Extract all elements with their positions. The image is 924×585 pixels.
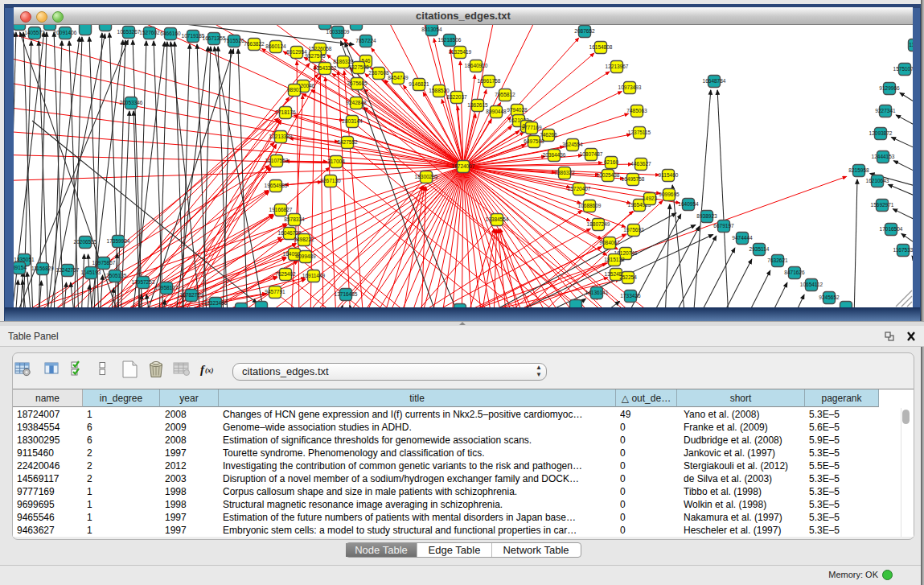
svg-text:10543362: 10543362 (314, 65, 337, 71)
svg-text:7625402: 7625402 (275, 271, 296, 277)
svg-text:1145193: 1145193 (81, 270, 101, 275)
svg-text:16961758: 16961758 (478, 78, 501, 84)
svg-text:1167533: 1167533 (893, 247, 913, 253)
svg-text:7857224: 7857224 (355, 38, 376, 43)
svg-text:9099695: 9099695 (659, 192, 680, 197)
svg-text:10654112: 10654112 (800, 282, 823, 287)
svg-text:10653267: 10653267 (117, 29, 141, 35)
svg-text:8938923: 8938923 (696, 213, 717, 219)
svg-text:11325419: 11325419 (449, 49, 472, 55)
svg-text:1733426: 1733426 (620, 293, 641, 299)
svg-text:1640954: 1640954 (678, 201, 699, 207)
svg-text:15751074: 15751074 (893, 66, 913, 72)
svg-text:12213967: 12213967 (606, 64, 629, 69)
svg-text:16107553: 16107553 (265, 158, 289, 163)
svg-text:8454749: 8454749 (388, 75, 409, 80)
svg-text:8322037: 8322037 (446, 94, 467, 100)
svg-text:17957253: 17957253 (132, 279, 155, 285)
svg-text:20364436: 20364436 (543, 152, 566, 158)
svg-text:16154808: 16154808 (589, 44, 613, 50)
svg-text:2935114: 2935114 (749, 246, 770, 252)
svg-text:16210643: 16210643 (866, 178, 889, 183)
svg-text:6679197: 6679197 (713, 223, 734, 229)
svg-text:98901: 98901 (287, 87, 302, 93)
svg-text:4463627: 4463627 (630, 161, 651, 167)
svg-text:3675685: 3675685 (347, 80, 368, 86)
svg-text:8186328: 8186328 (333, 59, 354, 64)
svg-text:8427552: 8427552 (337, 139, 358, 145)
svg-text:15692971: 15692971 (871, 202, 894, 208)
svg-text:1815132: 1815132 (604, 257, 625, 262)
svg-text:9245652: 9245652 (819, 295, 840, 300)
svg-text:14136141: 14136141 (585, 290, 609, 295)
svg-text:18724007: 18724007 (452, 163, 475, 169)
svg-text:10688609: 10688609 (578, 203, 602, 208)
svg-text:8267130: 8267130 (320, 178, 341, 183)
svg-text:1362615: 1362615 (467, 102, 488, 108)
svg-text:10719185: 10719185 (182, 33, 205, 39)
svg-text:12444153: 12444153 (872, 154, 895, 159)
svg-text:20053346: 20053346 (120, 100, 143, 105)
svg-text:10975857: 10975857 (92, 260, 116, 266)
svg-text:16911449: 16911449 (302, 273, 326, 278)
svg-text:2367608: 2367608 (368, 70, 389, 76)
svg-text:317004: 317004 (327, 159, 345, 164)
svg-text:9474444: 9474444 (732, 235, 753, 241)
svg-text:11156829: 11156829 (31, 266, 54, 271)
svg-text:20206535: 20206535 (74, 239, 97, 245)
svg-text:4099489: 4099489 (295, 253, 316, 259)
svg-text:17016504: 17016504 (880, 226, 903, 232)
svg-text:7485063: 7485063 (626, 108, 647, 113)
svg-text:252254: 252254 (619, 274, 637, 280)
svg-text:9146821: 9146821 (409, 81, 429, 87)
svg-text:6497508: 6497508 (524, 138, 544, 144)
svg-text:16671355: 16671355 (203, 35, 226, 41)
svg-text:19384554: 19384554 (486, 216, 509, 222)
svg-text:10025438: 10025438 (597, 172, 620, 178)
svg-text:1405572: 1405572 (24, 30, 45, 35)
svg-text:16648784: 16648784 (703, 78, 726, 84)
svg-text:39154: 39154 (14, 265, 27, 270)
svg-text:7955812: 7955812 (495, 92, 515, 97)
svg-text:16033809: 16033809 (326, 29, 350, 35)
svg-text:12375115: 12375115 (628, 130, 651, 135)
svg-text:8215958: 8215958 (848, 167, 869, 173)
svg-text:9115460: 9115460 (659, 172, 679, 178)
svg-text:12093872: 12093872 (869, 130, 893, 136)
svg-text:18640910: 18640910 (465, 63, 488, 68)
svg-text:2718176: 2718176 (275, 109, 296, 115)
svg-text:19166827: 19166827 (269, 207, 293, 212)
svg-text:19218506: 19218506 (438, 37, 462, 43)
svg-text:1975692: 1975692 (623, 227, 644, 233)
svg-text:9777169: 9777169 (521, 125, 542, 130)
svg-text:8912954: 8912954 (286, 49, 307, 55)
svg-text:1588520: 1588520 (429, 88, 450, 93)
svg-text:62160: 62160 (604, 159, 618, 165)
svg-text:3624554: 3624554 (562, 142, 583, 147)
svg-text:7515526: 7515526 (224, 38, 244, 43)
svg-text:7632621: 7632621 (767, 257, 788, 263)
svg-text:8660124: 8660124 (265, 43, 286, 49)
svg-text:1112: 1112 (909, 42, 913, 47)
svg-text:9327508: 9327508 (348, 64, 369, 70)
svg-text:9794028: 9794028 (507, 107, 528, 113)
svg-text:746266: 746266 (540, 132, 557, 138)
svg-text:18807249: 18807249 (587, 221, 610, 227)
svg-text:9457791: 9457791 (265, 289, 285, 295)
svg-text:14923: 14923 (643, 196, 657, 201)
svg-text:17359934: 17359934 (107, 238, 130, 244)
svg-text:8990448: 8990448 (486, 109, 507, 114)
svg-text:12323466: 12323466 (204, 300, 228, 306)
svg-text:2803144: 2803144 (342, 118, 363, 124)
svg-text:12242757: 12242757 (56, 267, 80, 273)
svg-text:16782759: 16782759 (180, 292, 203, 298)
svg-text:2087652: 2087652 (574, 28, 595, 34)
svg-text:8578334: 8578334 (284, 216, 305, 222)
svg-text:9242848: 9242848 (346, 100, 367, 105)
svg-text:15720407: 15720407 (568, 186, 591, 192)
svg-text:20091406: 20091406 (54, 30, 77, 35)
svg-text:9084067: 9084067 (599, 240, 620, 245)
svg-text:19654985: 19654985 (265, 183, 288, 188)
svg-text:9129966: 9129966 (879, 85, 900, 91)
svg-text:10807487: 10807487 (580, 151, 603, 157)
